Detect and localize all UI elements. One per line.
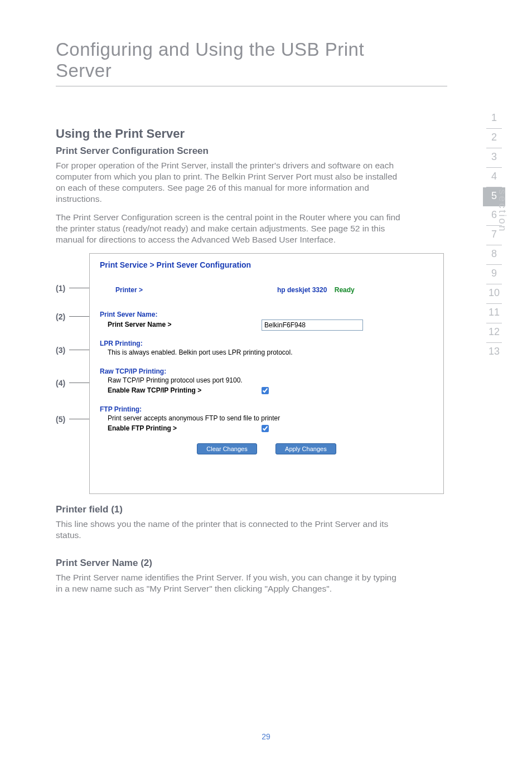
subheading-config-screen: Print Server Configuration Screen xyxy=(56,146,402,157)
paragraph: For proper operation of the Print Server… xyxy=(56,160,402,205)
side-num-3[interactable]: 3 xyxy=(486,148,502,168)
callout-5: (5) xyxy=(56,415,65,424)
callout-1: (1) xyxy=(56,284,65,293)
side-num-12[interactable]: 12 xyxy=(486,323,502,343)
callout-2: (2) xyxy=(56,312,65,321)
side-num-1[interactable]: 1 xyxy=(486,109,502,129)
section-index: 1 2 3 4 5 6 7 8 9 10 11 12 13 section xyxy=(483,109,505,362)
side-num-4[interactable]: 4 xyxy=(486,168,502,187)
printer-label[interactable]: Printer > xyxy=(115,286,143,294)
print-server-name-input[interactable] xyxy=(262,320,363,331)
lpr-text: This is always enabled. Belkin port uses… xyxy=(108,348,433,356)
paragraph: This line shows you the name of the prin… xyxy=(56,519,402,541)
screenshot-container: (1) (2) (3) (4) (5) Print Service > Prin… xyxy=(56,253,402,494)
printer-status: Ready xyxy=(335,286,355,294)
print-server-name-heading: Print Sever Name: xyxy=(100,311,433,318)
paragraph: The Print Server name identifies the Pri… xyxy=(56,572,402,594)
printer-name: hp deskjet 3320 xyxy=(277,286,327,294)
apply-changes-button[interactable]: Apply Changes xyxy=(275,443,336,454)
section-label: section xyxy=(496,189,507,233)
ftp-enable-checkbox[interactable] xyxy=(262,425,269,432)
section-heading: Using the Print Server xyxy=(56,127,402,141)
side-num-11[interactable]: 11 xyxy=(486,304,502,323)
side-num-10[interactable]: 10 xyxy=(486,284,502,304)
config-screenshot: Print Service > Print Sever Configuratio… xyxy=(89,253,444,494)
paragraph: The Print Server Configuration screen is… xyxy=(56,212,402,245)
printer-field-heading: Printer field (1) xyxy=(56,504,402,515)
lpr-heading: LPR Printing: xyxy=(100,340,433,347)
raw-tcpip-heading: Raw TCP/IP Printing: xyxy=(100,367,433,375)
side-num-13[interactable]: 13 xyxy=(486,343,502,362)
raw-enable-checkbox[interactable] xyxy=(262,387,269,394)
callout-3: (3) xyxy=(56,346,65,355)
ftp-heading: FTP Printing: xyxy=(100,405,433,413)
ftp-enable-label: Enable FTP Printing > xyxy=(108,424,177,432)
print-server-name-label: Print Server Name > xyxy=(108,321,171,328)
side-num-9[interactable]: 9 xyxy=(486,265,502,284)
side-num-2[interactable]: 2 xyxy=(486,129,502,148)
raw-tcpip-text: Raw TCP/IP Printing protocol uses port 9… xyxy=(108,376,433,384)
side-num-8[interactable]: 8 xyxy=(486,245,502,265)
chapter-title: Configuring and Using the USB Print Serv… xyxy=(56,39,402,81)
page-number: 29 xyxy=(0,732,532,741)
raw-enable-label: Enable Raw TCP/IP Printing > xyxy=(108,386,201,394)
divider xyxy=(56,86,447,86)
callout-4: (4) xyxy=(56,379,65,388)
clear-changes-button[interactable]: Clear Changes xyxy=(197,443,257,454)
print-server-name-heading-doc: Print Server Name (2) xyxy=(56,558,402,569)
breadcrumb: Print Service > Print Sever Configuratio… xyxy=(100,260,433,269)
ftp-text: Print server accepts anonymous FTP to se… xyxy=(108,414,433,422)
